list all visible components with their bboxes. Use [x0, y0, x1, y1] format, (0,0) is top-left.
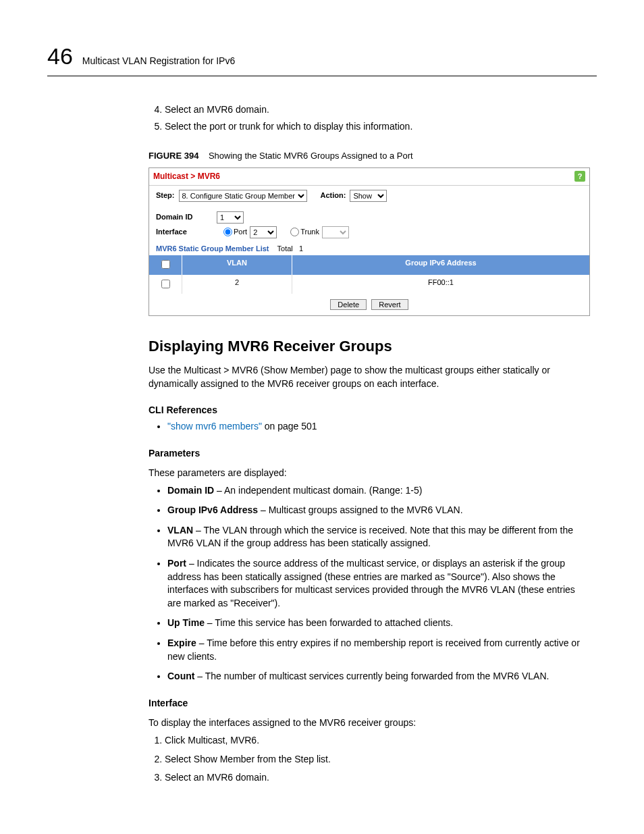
revert-button[interactable]: Revert	[371, 299, 408, 310]
interface-label: Interface	[156, 227, 217, 237]
list-title-text: MVR6 Static Group Member List	[156, 244, 269, 253]
step-select[interactable]: 8. Configure Static Group Member	[179, 190, 307, 202]
section-intro: Use the Multicast > MVR6 (Show Member) p…	[149, 364, 590, 390]
action-label: Action:	[321, 190, 346, 201]
step-action-row: Step: 8. Configure Static Group Member A…	[149, 186, 589, 206]
parameters-heading: Parameters	[149, 447, 590, 461]
step-item: Select Show Member from the Step list.	[165, 753, 590, 766]
step-label: Step:	[156, 190, 175, 201]
param-item: VLAN – The VLAN through which the servic…	[167, 524, 590, 550]
domain-id-select[interactable]: 1	[217, 211, 244, 224]
page-header: 46 Multicast VLAN Registration for IPv6	[47, 41, 597, 76]
interface-intro: To display the interfaces assigned to th…	[149, 716, 590, 730]
row-vlan: 2	[182, 275, 292, 294]
breadcrumb: Multicast > MVR6	[153, 171, 220, 182]
list-header: VLAN Group IPv6 Address	[149, 255, 589, 274]
param-item: Expire – Time before this entry expires …	[167, 637, 590, 663]
section-heading: Displaying MVR6 Receiver Groups	[149, 336, 590, 357]
param-item: Port – Indicates the source address of t…	[167, 557, 590, 610]
domain-row: Domain ID 1	[149, 210, 589, 225]
action-select[interactable]: Show	[350, 190, 387, 202]
help-icon[interactable]: ?	[574, 171, 585, 182]
param-item: Count – The number of multicast services…	[167, 670, 590, 683]
list-total-value: 1	[299, 244, 303, 253]
param-item: Up Time – Time this service has been for…	[167, 617, 590, 630]
step-item: Select the port or trunk for which to di…	[165, 120, 590, 134]
step-item: Select an MVR6 domain.	[165, 103, 590, 117]
figure-label: FIGURE 394	[149, 151, 198, 161]
interface-row: Interface Port 2 Trunk	[149, 225, 589, 240]
param-item: Domain ID – An independent multicast dom…	[167, 484, 590, 498]
figure-caption-text: Showing the Static MVR6 Groups Assigned …	[209, 151, 413, 161]
list-title: MVR6 Static Group Member List Total 1	[149, 240, 589, 255]
delete-button[interactable]: Delete	[330, 299, 367, 310]
page-content: Select an MVR6 domain. Select the port o…	[149, 103, 590, 785]
column-vlan: VLAN	[182, 255, 292, 274]
cli-reference-item: "show mvr6 members" on page 501	[167, 420, 590, 434]
interface-steps-list: Click Multicast, MVR6. Select Show Membe…	[149, 734, 590, 785]
cli-link-suffix: on page 501	[262, 421, 317, 432]
chapter-number: 46	[47, 41, 73, 73]
ui-titlebar: Multicast > MVR6 ?	[149, 168, 589, 186]
parameters-list: Domain ID – An independent multicast dom…	[149, 484, 590, 683]
figure-caption: FIGURE 394 Showing the Static MVR6 Group…	[149, 150, 590, 162]
trunk-select[interactable]	[322, 226, 349, 238]
cli-references-heading: CLI References	[149, 404, 590, 417]
table-row: 2 FF00::1	[149, 275, 589, 294]
trunk-radio[interactable]	[290, 228, 299, 236]
port-radio[interactable]	[223, 228, 232, 236]
cli-references-list: "show mvr6 members" on page 501	[149, 420, 590, 434]
param-item: Group IPv6 Address – Multicast groups as…	[167, 504, 590, 517]
top-step-list: Select an MVR6 domain. Select the port o…	[149, 103, 590, 134]
button-row: Delete Revert	[149, 294, 589, 315]
cli-link[interactable]: "show mvr6 members"	[167, 421, 262, 432]
port-label: Port	[234, 227, 247, 237]
domain-id-label: Domain ID	[156, 212, 217, 222]
parameters-intro: These parameters are displayed:	[149, 467, 590, 480]
interface-heading: Interface	[149, 697, 590, 710]
row-checkbox[interactable]	[161, 280, 170, 288]
ui-screenshot: Multicast > MVR6 ? Step: 8. Configure St…	[149, 167, 590, 316]
column-addr: Group IPv6 Address	[292, 255, 589, 274]
step-item: Select an MVR6 domain.	[165, 771, 590, 785]
list-total-label: Total	[277, 244, 293, 253]
port-select[interactable]: 2	[250, 226, 277, 238]
step-item: Click Multicast, MVR6.	[165, 734, 590, 748]
select-all-checkbox[interactable]	[161, 260, 170, 269]
chapter-title: Multicast VLAN Registration for IPv6	[82, 55, 235, 68]
trunk-label: Trunk	[300, 227, 319, 237]
row-addr: FF00::1	[292, 275, 589, 294]
